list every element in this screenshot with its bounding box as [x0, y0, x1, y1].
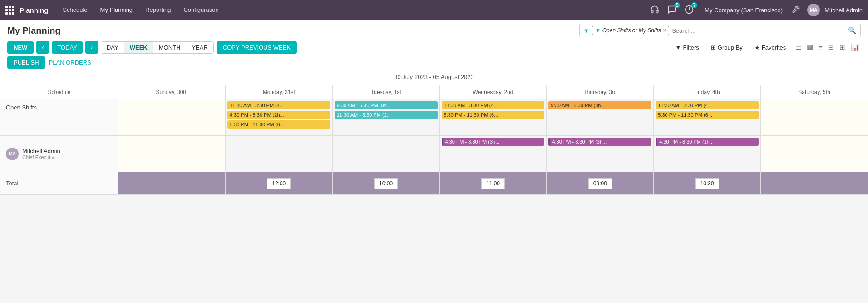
nav-configuration[interactable]: Configuration: [178, 0, 224, 20]
page-title: My Planning: [7, 25, 61, 36]
grid-icon: [5, 6, 14, 15]
mitchell-role: Chief Executiv...: [22, 154, 60, 160]
mitchell-avatar: MA: [6, 148, 19, 160]
view-month[interactable]: MONTH: [153, 42, 187, 53]
today-button[interactable]: TODAY: [52, 41, 83, 54]
chart-view-icon[interactable]: 📊: [849, 42, 861, 53]
nav-my-planning[interactable]: My Planning: [95, 0, 138, 20]
view-year[interactable]: YEAR: [186, 42, 213, 53]
subheader-row2: PUBLISH PLAN ORDERS: [7, 56, 861, 69]
chat-icon[interactable]: 5: [666, 3, 678, 17]
total-wednesday: 11:00: [440, 172, 547, 195]
shift-block[interactable]: 11:30 AM - 3:30 PM (4...: [227, 101, 330, 109]
copy-previous-week-button[interactable]: COPY PREVIOUS WEEK: [217, 41, 297, 54]
app-name: Planning: [20, 6, 48, 14]
shift-block[interactable]: 4:30 PM - 8:30 PM (1h...: [656, 138, 759, 146]
shift-block[interactable]: 4:30 PM - 8:30 PM (2h...: [227, 111, 330, 119]
shift-block[interactable]: 9:30 AM - 5:30 PM (8h...: [335, 101, 438, 109]
app-grid-icon[interactable]: [5, 6, 14, 15]
shift-block[interactable]: 5:30 PM - 11:30 PM (6...: [227, 120, 330, 129]
calendar-view-icon[interactable]: ▦: [805, 42, 814, 53]
user-name: Mitchell Admin: [824, 7, 863, 14]
total-tuesday-time: 10:00: [374, 178, 398, 189]
calendar-grid: Schedule Sunday, 30th Monday, 31st Tuesd…: [0, 85, 868, 195]
favorites-icon: ★: [755, 44, 760, 51]
search-bar: ▼ ▼ Open Shifts or My Shifts × 🔍: [579, 24, 861, 37]
filters-control[interactable]: ▼ Filters: [672, 42, 703, 53]
tag-funnel-icon: ▼: [595, 27, 601, 34]
view-icons: ☰ ▦ ≡ ⊟ ⊞ 📊: [794, 42, 861, 53]
mitchell-monday: [226, 136, 333, 172]
filter-tag-close[interactable]: ×: [663, 27, 666, 34]
group-by-icon: ⊞: [711, 44, 716, 51]
group-by-control[interactable]: ⊞ Group By: [707, 42, 746, 53]
total-monday-time: 12:00: [267, 178, 291, 189]
grid-view-icon[interactable]: ⊞: [838, 42, 847, 53]
settings-icon[interactable]: [792, 5, 800, 15]
right-controls: ▼ Filters ⊞ Group By ★ Favorites ☰ ▦ ≡ ⊟…: [672, 42, 861, 53]
col-wednesday: Wednesday, 2nd: [440, 85, 547, 99]
prev-button[interactable]: ‹: [36, 41, 49, 54]
columns-view-icon[interactable]: ⊟: [827, 42, 835, 53]
filters-icon: ▼: [676, 44, 681, 51]
avatar[interactable]: MA: [807, 4, 820, 16]
total-monday: 12:00: [226, 172, 333, 195]
total-friday: 10:30: [654, 172, 761, 195]
activity-badge: 7: [691, 2, 698, 8]
view-buttons: DAY WEEK MONTH YEAR: [101, 41, 214, 54]
open-shifts-saturday: [761, 99, 868, 136]
favorites-control[interactable]: ★ Favorites: [751, 42, 789, 53]
filter-tag-text: Open Shifts or My Shifts: [602, 27, 661, 34]
search-input[interactable]: [672, 27, 845, 34]
shift-block[interactable]: 9:30 AM - 5:30 PM (8h...: [548, 101, 651, 109]
open-shifts-sunday: [118, 99, 226, 136]
total-thursday: 09:00: [547, 172, 654, 195]
date-range: 30 July 2023 - 05 August 2023: [0, 69, 868, 85]
mitchell-thursday: 4:30 PM - 8:30 PM (3h...: [547, 136, 654, 172]
shift-block[interactable]: 11:30 AM - 3:30 PM (2...: [335, 111, 438, 119]
col-sunday: Sunday, 30th: [118, 85, 226, 99]
subheader: My Planning ▼ ▼ Open Shifts or My Shifts…: [0, 20, 868, 69]
rows-view-icon[interactable]: ≡: [817, 42, 824, 53]
top-navigation: Planning Schedule My Planning Reporting …: [0, 0, 868, 20]
shift-block[interactable]: 4:30 PM - 8:30 PM (3h...: [442, 138, 545, 146]
col-thursday: Thursday, 3rd: [547, 85, 654, 99]
mitchell-name: Mitchell Admin: [22, 148, 60, 154]
search-button[interactable]: 🔍: [848, 26, 857, 35]
new-button[interactable]: NEW: [7, 41, 34, 54]
nav-reporting[interactable]: Reporting: [140, 0, 176, 20]
total-saturday: [761, 172, 868, 195]
shift-block[interactable]: 11:30 AM - 3:30 PM (4...: [656, 101, 759, 109]
open-shifts-thursday: 9:30 AM - 5:30 PM (8h...: [547, 99, 654, 136]
publish-button[interactable]: PUBLISH: [7, 56, 45, 69]
schedule-label: Schedule: [0, 85, 118, 99]
col-monday: Monday, 31st: [226, 85, 333, 99]
view-week[interactable]: WEEK: [124, 42, 153, 53]
company-name: My Company (San Francisco): [705, 7, 783, 14]
view-day[interactable]: DAY: [101, 42, 124, 53]
total-label: Total: [0, 172, 118, 195]
activity-icon[interactable]: 7: [683, 3, 695, 17]
total-sunday: [118, 172, 226, 195]
mitchell-sunday: [118, 136, 226, 172]
plan-orders-button[interactable]: PLAN ORDERS: [49, 59, 91, 66]
col-tuesday: Tuesday, 1st: [333, 85, 440, 99]
mitchell-tuesday: [333, 136, 440, 172]
shift-block[interactable]: 11:30 AM - 3:30 PM (4...: [442, 101, 545, 109]
nav-icons: 5 7 My Company (San Francisco) MA Mitche…: [648, 3, 863, 17]
open-shifts-label: Open Shifts: [0, 99, 118, 136]
list-view-icon[interactable]: ☰: [794, 42, 803, 53]
mitchell-label: MA Mitchell Admin Chief Executiv...: [0, 136, 118, 172]
filter-funnel-icon: ▼: [583, 27, 589, 34]
filters-label: Filters: [683, 44, 699, 51]
shift-block[interactable]: 4:30 PM - 8:30 PM (3h...: [548, 138, 651, 146]
shift-block[interactable]: 5:30 PM - 11:30 PM (6...: [656, 111, 759, 119]
next-button[interactable]: ›: [85, 41, 98, 54]
total-thursday-time: 09:00: [588, 178, 612, 189]
total-wednesday-time: 11:00: [481, 178, 505, 189]
mitchell-friday: 4:30 PM - 8:30 PM (1h...: [654, 136, 761, 172]
nav-schedule[interactable]: Schedule: [57, 0, 93, 20]
filter-tag[interactable]: ▼ Open Shifts or My Shifts ×: [592, 26, 669, 35]
headset-icon[interactable]: [648, 3, 661, 17]
shift-block[interactable]: 5:30 PM - 11:30 PM (6...: [442, 111, 545, 119]
